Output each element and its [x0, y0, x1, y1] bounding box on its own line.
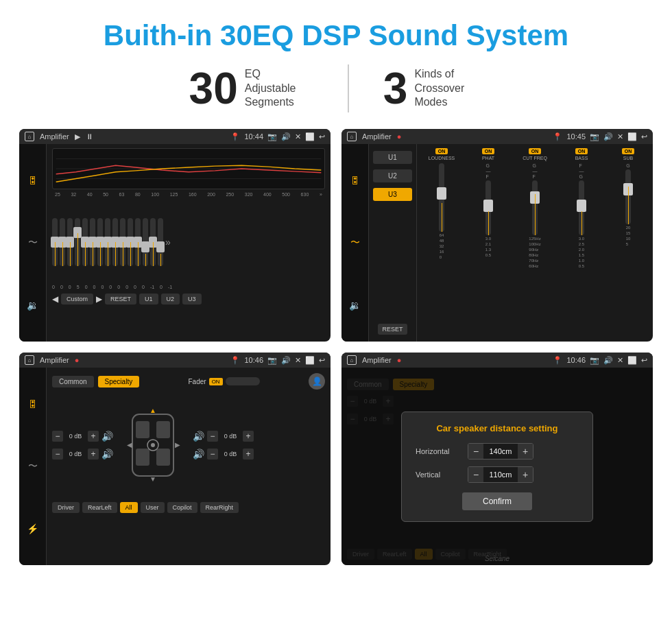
vertical-minus-btn[interactable]: − [468, 467, 483, 482]
spk-window-icon[interactable]: ⬜ [305, 356, 315, 365]
eq-pause-icon[interactable]: ⏸ [86, 132, 93, 141]
horizontal-minus-btn[interactable]: − [468, 444, 483, 459]
spk-home-icon[interactable]: ⌂ [25, 355, 34, 365]
eq-tune-icon[interactable]: 🎛 [28, 175, 38, 186]
confirm-button[interactable]: Confirm [462, 492, 532, 510]
eq-forward-btn[interactable]: ▶ [96, 294, 102, 304]
rearleft-pos-btn[interactable]: RearLeft [82, 502, 117, 513]
dlg-volume-icon[interactable]: 🔊 [603, 356, 613, 365]
eq-slider-3[interactable] [67, 218, 73, 266]
copilot-pos-btn[interactable]: Copilot [167, 502, 197, 513]
spk-tune-icon[interactable]: 🎛 [28, 398, 38, 409]
amp-vol-icon[interactable]: 🔉 [349, 300, 361, 311]
eq-custom-btn[interactable]: Custom [61, 294, 93, 305]
phat-slider[interactable] [485, 180, 491, 235]
user-pos-btn[interactable]: User [141, 502, 165, 513]
eq-slider-6[interactable] [90, 218, 95, 266]
back-icon[interactable]: ↩ [319, 132, 325, 141]
window-icon[interactable]: ⬜ [305, 132, 315, 141]
rearleft-plus-btn[interactable]: + [88, 449, 99, 460]
eq-slider-13[interactable] [143, 218, 148, 266]
spk-volume-icon[interactable]: 🔊 [281, 356, 291, 365]
amp-u1-btn[interactable]: U1 [373, 151, 412, 164]
driver-speaker-icon: 🔊 [101, 431, 113, 442]
all-pos-btn[interactable]: All [120, 502, 138, 513]
spk-back-icon[interactable]: ↩ [319, 356, 325, 365]
amp-close-icon[interactable]: ✕ [617, 132, 623, 141]
spk-bt-icon[interactable]: ⚡ [27, 523, 38, 534]
eq-slider-4[interactable] [75, 218, 80, 266]
home-icon[interactable]: ⌂ [25, 132, 34, 141]
eq-slider-15[interactable] [158, 218, 163, 266]
spk-specialty-tab[interactable]: Specialty [98, 376, 140, 387]
rearleft-db-control: − 0 dB + 🔊 [52, 449, 113, 460]
rearright-plus-btn[interactable]: + [243, 449, 254, 460]
rearleft-speaker-icon: 🔊 [101, 449, 113, 460]
eq-u3-btn[interactable]: U3 [182, 294, 202, 305]
camera-icon[interactable]: 📷 [267, 132, 277, 141]
cutfreq-slider[interactable] [532, 180, 538, 235]
eq-next-icon[interactable]: » [165, 237, 171, 248]
amp-volume-icon[interactable]: 🔊 [603, 132, 613, 141]
eq-slider-2[interactable] [60, 218, 65, 266]
eq-slider-1[interactable] [52, 218, 58, 266]
copilot-minus-btn[interactable]: − [207, 431, 218, 442]
spk-common-tab[interactable]: Common [52, 376, 94, 387]
dlg-home-icon[interactable]: ⌂ [347, 355, 357, 365]
sub-slider[interactable] [625, 169, 631, 224]
dlg-window-icon[interactable]: ⬜ [627, 356, 637, 365]
amp-rec-icon: ● [397, 132, 402, 141]
amp-u2-btn[interactable]: U2 [373, 169, 412, 182]
vertical-plus-btn[interactable]: + [518, 467, 533, 482]
rearright-minus-btn[interactable]: − [207, 449, 218, 460]
svg-rect-6 [136, 449, 149, 466]
stat2-desc: Kinds ofCrossover Modes [414, 67, 483, 110]
dlg-close-icon[interactable]: ✕ [617, 356, 623, 365]
eq-status-bar: ⌂ Amplifier ▶ ⏸ 📍 10:44 📷 🔊 ✕ ⬜ ↩ [19, 129, 331, 144]
rearright-pos-btn[interactable]: RearRight [200, 502, 239, 513]
amp-camera-icon[interactable]: 📷 [590, 132, 599, 141]
eq-vol-icon[interactable]: 🔉 [27, 300, 38, 311]
spk-wave-icon[interactable]: 〜 [28, 460, 38, 473]
dialog-overlay: Car speaker distance setting Horizontal … [341, 368, 653, 565]
eq-slider-12[interactable] [135, 218, 141, 266]
driver-pos-btn[interactable]: Driver [52, 502, 80, 513]
dlg-camera-icon[interactable]: 📷 [590, 356, 599, 365]
eq-slider-7[interactable] [97, 218, 103, 266]
eq-more-icon[interactable]: » [320, 192, 322, 197]
amp-back-icon[interactable]: ↩ [641, 132, 647, 141]
horizontal-plus-btn[interactable]: + [518, 444, 533, 459]
volume-icon[interactable]: 🔊 [281, 132, 291, 141]
driver-plus-btn[interactable]: + [88, 431, 99, 442]
close-icon[interactable]: ✕ [295, 132, 301, 141]
eq-wave-icon[interactable]: 〜 [28, 237, 38, 249]
dlg-back-icon[interactable]: ↩ [641, 356, 647, 365]
amp-reset-btn[interactable]: RESET [378, 324, 407, 335]
eq-u1-btn[interactable]: U1 [139, 294, 158, 305]
loudness-slider[interactable] [439, 163, 444, 232]
eq-play-icon[interactable]: ▶ [75, 132, 80, 141]
eq-back-btn[interactable]: ◀ [52, 294, 58, 304]
driver-minus-btn[interactable]: − [52, 431, 63, 442]
eq-u2-btn[interactable]: U2 [161, 294, 180, 305]
amp-screen-content: 🎛 〜 🔉 U1 U2 U3 RESET ON LOUDNESS [341, 144, 653, 342]
spk-close-icon[interactable]: ✕ [295, 356, 301, 365]
eq-reset-btn[interactable]: RESET [105, 294, 136, 305]
amp-u3-btn[interactable]: U3 [373, 188, 412, 201]
eq-slider-8[interactable] [105, 218, 110, 266]
bass-slider[interactable] [579, 180, 584, 235]
eq-slider-10[interactable] [120, 218, 125, 266]
amp-home-icon[interactable]: ⌂ [347, 132, 357, 141]
car-diagram: ▲ ▼ ◀ ▶ [119, 394, 187, 497]
fader-slider[interactable] [226, 377, 260, 385]
eq-slider-11[interactable] [128, 218, 133, 266]
copilot-plus-btn[interactable]: + [243, 431, 254, 442]
eq-slider-14[interactable] [150, 218, 156, 266]
amp-tune-icon[interactable]: 🎛 [350, 175, 360, 186]
amp-window-icon[interactable]: ⬜ [627, 132, 637, 141]
spk-camera-icon[interactable]: 📷 [267, 356, 277, 365]
eq-slider-9[interactable] [112, 218, 118, 266]
eq-slider-5[interactable] [82, 218, 88, 266]
rearleft-minus-btn[interactable]: − [52, 449, 63, 460]
amp-wave-icon[interactable]: 〜 [350, 237, 360, 249]
